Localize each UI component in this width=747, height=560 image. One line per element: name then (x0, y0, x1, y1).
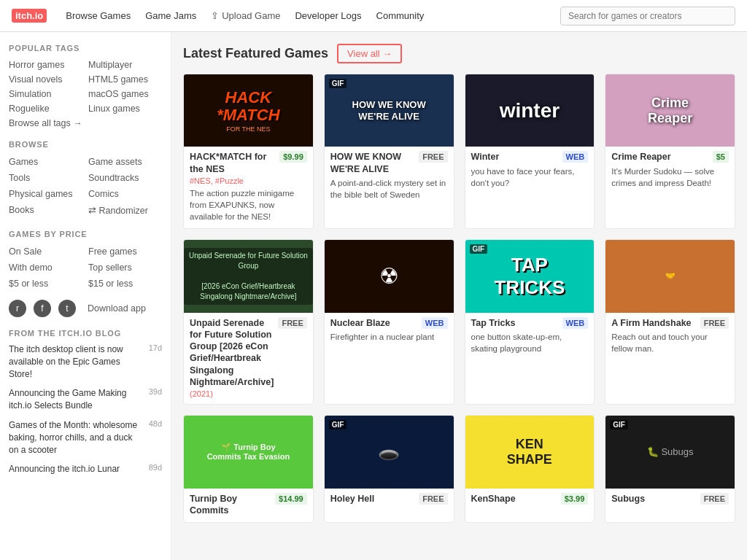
blog-item-1-text: The itch desktop client is now available… (9, 343, 144, 380)
main-nav: Browse Games Game Jams ⇧ Upload Game Dev… (58, 10, 431, 21)
section-header: Latest Featured Games View all → (183, 44, 735, 63)
game-card-subugs[interactable]: GIF 🐛 Subugs Subugs FREE (605, 415, 735, 523)
browse-soundtracks[interactable]: Soundtracks (88, 171, 162, 185)
logo[interactable]: itch.io (12, 9, 47, 23)
game-title: Crime Reaper (611, 151, 710, 163)
browse-games[interactable]: Games (9, 155, 82, 169)
game-tags: #NES, #Puzzle (190, 176, 307, 185)
view-all-button[interactable]: View all → (337, 44, 402, 63)
blog-section: From the itch.io Blog The itch desktop c… (9, 329, 162, 475)
game-tags: (2021) (190, 389, 307, 398)
price-badge: $5 (713, 151, 729, 163)
game-title: Subugs (611, 493, 697, 505)
game-title: A Firm Handshake (611, 317, 697, 329)
game-card-holeyhell[interactable]: GIF 🕳️ Holey Hell FREE (324, 415, 454, 523)
price-with-demo[interactable]: With demo (9, 260, 82, 275)
gif-badge: GIF (470, 244, 488, 254)
section-title: Latest Featured Games (183, 46, 328, 61)
game-card-unpaid[interactable]: Unpaid Serenade for Future Solution Grou… (183, 239, 314, 405)
download-app[interactable]: Download app (88, 303, 146, 314)
nav-upload-game[interactable]: ⇧ Upload Game (204, 10, 287, 21)
tag-roguelike[interactable]: Roguelike (9, 102, 82, 115)
nav-game-jams[interactable]: Game Jams (138, 10, 204, 21)
tag-simulation[interactable]: Simulation (9, 88, 82, 101)
upload-icon: ⇧ (211, 10, 219, 21)
gif-badge: GIF (329, 79, 347, 88)
gif-badge: GIF (610, 420, 628, 429)
price-badge: $3.99 (561, 493, 589, 505)
browse-randomizer[interactable]: ⇄ Randomizer (88, 203, 162, 218)
game-card-kenshape[interactable]: KENSHAPE KenShape $3.99 (465, 415, 595, 523)
social-row: r f t Download app (9, 300, 162, 317)
game-card-hackmatch[interactable]: HACK*MATCH FOR THE NES HACK*MATCH for th… (183, 74, 314, 229)
game-desc: It's Murder Sudoku — solve crimes and im… (611, 166, 729, 189)
game-title: Unpaid Serenade for Future Solution Grou… (190, 317, 275, 389)
tag-visual-novels[interactable]: Visual novels (9, 73, 82, 86)
gif-badge: GIF (329, 420, 347, 429)
game-card-howweknow[interactable]: GIF HOW WE KNOWWE'RE ALIVE HOW WE KNOW W… (324, 74, 454, 229)
blog-item-2-text: Announcing the Game Making itch.io Selec… (9, 387, 144, 412)
game-desc: Firefighter in a nuclear plant (330, 331, 448, 343)
reddit-icon[interactable]: r (9, 300, 26, 317)
price-badge: $9.99 (279, 151, 307, 163)
nav-developer-logs[interactable]: Developer Logs (287, 10, 368, 21)
browse-books[interactable]: Books (9, 203, 82, 218)
tag-horror[interactable]: Horror games (9, 58, 82, 71)
game-card-turnip[interactable]: 🌱 Turnip BoyCommits Tax Evasion Turnip B… (183, 415, 314, 523)
browse-comics[interactable]: Comics (88, 187, 162, 201)
blog-item-1-age: 17d (149, 343, 162, 352)
price-badge: WEB (562, 151, 589, 163)
twitter-icon[interactable]: t (58, 300, 76, 317)
game-title: HOW WE KNOW WE'RE ALIVE (330, 151, 416, 175)
price-15[interactable]: $15 or less (88, 276, 162, 291)
nav-browse-games[interactable]: Browse Games (58, 10, 138, 21)
facebook-icon[interactable]: f (34, 300, 51, 317)
price-top-sellers[interactable]: Top sellers (88, 260, 162, 275)
game-title: Winter (471, 151, 560, 163)
blog-item-4-age: 89d (149, 463, 162, 472)
blog-item-2-age: 39d (149, 387, 162, 396)
price-badge: WEB (562, 317, 589, 329)
tag-multiplayer[interactable]: Multiplayer (88, 58, 162, 71)
price-badge: FREE (700, 493, 729, 505)
logo-box: itch.io (12, 9, 47, 23)
game-card-tap[interactable]: GIF TAPTRICKS Tap Tricks WEB one button … (465, 239, 595, 405)
browse-game-assets[interactable]: Game assets (88, 155, 162, 169)
tag-html5[interactable]: HTML5 games (88, 73, 162, 86)
search-input[interactable] (560, 7, 735, 26)
price-badge: FREE (419, 493, 447, 505)
game-title: Nuclear Blaze (330, 317, 419, 329)
price-free[interactable]: Free games (88, 244, 162, 259)
game-desc: you have to face your fears, don't you? (471, 166, 589, 189)
game-title: Tap Tricks (471, 317, 560, 329)
games-grid: HACK*MATCH FOR THE NES HACK*MATCH for th… (183, 74, 735, 523)
browse-physical[interactable]: Physical games (9, 187, 82, 201)
browse-all-tags[interactable]: Browse all tags → (9, 118, 162, 128)
price-on-sale[interactable]: On Sale (9, 244, 82, 259)
game-desc: one button skate-up-em, skating playgrou… (471, 331, 589, 354)
game-card-nuclear[interactable]: ☢ Nuclear Blaze WEB Firefighter in a nuc… (324, 239, 454, 405)
game-card-handshake[interactable]: 🤝 A Firm Handshake FREE Reach out and to… (605, 239, 735, 405)
game-title: Holey Hell (330, 493, 416, 505)
sidebar: Popular Tags Horror games Multiplayer Vi… (0, 32, 171, 560)
browse-tools[interactable]: Tools (9, 171, 82, 185)
blog-item-3[interactable]: Games of the Month: wholesome baking, ho… (9, 419, 162, 456)
nav-community[interactable]: Community (369, 10, 432, 21)
blog-item-4[interactable]: Announcing the itch.io Lunar 89d (9, 463, 162, 475)
main-content: Latest Featured Games View all → HACK*MA… (171, 32, 747, 560)
blog-item-4-text: Announcing the itch.io Lunar (9, 463, 144, 475)
price-badge: FREE (700, 317, 729, 329)
price-section-title: Games by Price (9, 230, 162, 238)
tags-section-title: Popular Tags (9, 44, 162, 52)
price-5[interactable]: $5 or less (9, 276, 82, 291)
game-title: HACK*MATCH for the NES (190, 151, 276, 175)
blog-item-3-text: Games of the Month: wholesome baking, ho… (9, 419, 144, 456)
price-badge: FREE (419, 151, 447, 163)
blog-item-2[interactable]: Announcing the Game Making itch.io Selec… (9, 387, 162, 412)
blog-item-1[interactable]: The itch desktop client is now available… (9, 343, 162, 380)
tag-macos[interactable]: macOS games (88, 88, 162, 101)
page-layout: Popular Tags Horror games Multiplayer Vi… (0, 32, 747, 560)
game-card-winter[interactable]: winter Winter WEB you have to face your … (465, 74, 595, 229)
tag-linux[interactable]: Linux games (88, 102, 162, 115)
game-card-crimereaper[interactable]: CrimeReaper Crime Reaper $5 It's Murder … (605, 74, 735, 229)
